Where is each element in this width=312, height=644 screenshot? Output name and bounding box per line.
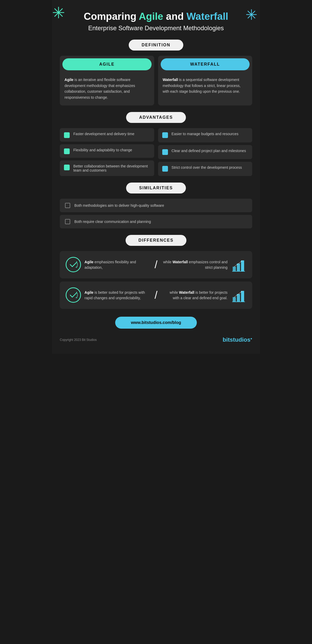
diff-left-content-2: is better suited for projects with rapid… (84, 290, 145, 300)
green-square-icon-3 (64, 165, 70, 170)
agile-definition-card: AGILE Agile is an iterative and flexible… (60, 56, 154, 105)
checkbox-icon-1 (65, 203, 70, 208)
copyright-text: Copyright 2023 Bit Studios (60, 338, 97, 342)
waterfall-definition-card: WATERFALL Waterfall is a sequential soft… (158, 56, 252, 105)
agile-adv-3: Better collaboration between the develop… (60, 160, 154, 176)
agile-adv-text-2: Flexibility and adaptability to change (73, 148, 132, 152)
svg-rect-8 (233, 297, 236, 302)
title-waterfall: Waterfall (186, 11, 228, 22)
similarities-pill: SIMILARITIES (126, 183, 186, 193)
similarity-1: Both methodologies aim to deliver high-q… (60, 199, 252, 212)
advantages-row: Faster development and delivery time Fle… (60, 128, 252, 176)
difference-1: Agile emphasizes flexibility and adaptat… (60, 251, 252, 278)
agile-text: is an iterative and flexible software de… (64, 78, 135, 99)
waterfall-adv-1: Easier to manage budgets and resources (158, 128, 252, 142)
waterfall-adv-3: Strict control over the development proc… (158, 162, 252, 176)
svg-point-0 (66, 257, 81, 272)
differences-section-label: DIFFERENCES (60, 235, 252, 246)
differences-section: Agile emphasizes flexibility and adaptat… (60, 251, 252, 309)
diff-right-text-1: while Waterfall emphasizes control and s… (163, 259, 228, 270)
green-square-icon-1 (64, 132, 70, 138)
logo-dot: ● (250, 337, 252, 340)
similarity-2: Both require clear communication and pla… (60, 215, 252, 228)
blue-square-icon-2 (162, 149, 168, 155)
agile-adv-1: Faster development and delivery time (60, 128, 154, 142)
logo-bit: bit (223, 336, 230, 343)
similarity-text-2: Both require clear communication and pla… (74, 220, 151, 224)
diff-divider-2: / (152, 289, 160, 301)
diff-left-text-1: Agile emphasizes flexibility and adaptat… (84, 259, 149, 270)
definition-pill: DEFINITION (129, 40, 184, 51)
diff-right-content-1: emphasizes control and strict planning (188, 260, 228, 270)
differences-pill: DIFFERENCES (126, 235, 187, 246)
svg-rect-3 (237, 264, 240, 271)
waterfall-adv-2: Clear and defined project plan and miles… (158, 145, 252, 159)
agile-definition-body: Agile is an iterative and flexible softw… (60, 73, 154, 105)
website-link-section: www.bitstudios.com/blog (60, 317, 252, 329)
diff-right-while-2: while (170, 290, 179, 295)
similarity-text-1: Both methodologies aim to deliver high-q… (74, 203, 164, 208)
waterfall-label: WATERFALL (161, 58, 250, 70)
agile-bold: Agile (64, 78, 73, 82)
waterfall-definition-body: Waterfall is a sequential software devel… (158, 73, 252, 100)
agile-circle-icon-2 (65, 287, 82, 304)
diff-agile-label-2: Agile (84, 290, 93, 295)
waterfall-adv-text-2: Clear and defined project plan and miles… (172, 149, 246, 153)
diff-divider-1: / (152, 259, 160, 271)
similarities-section: Both methodologies aim to deliver high-q… (60, 199, 252, 228)
waterfall-building-icon-1 (230, 256, 247, 273)
advantages-section-label: ADVANTAGES (60, 112, 252, 123)
svg-rect-2 (233, 267, 236, 271)
agile-circle-icon-1 (65, 256, 82, 273)
main-title: Comparing Agile and Waterfall (60, 10, 252, 22)
diff-right-while-1: while (163, 260, 172, 264)
diff-waterfall-label-1: Waterfall (172, 260, 188, 264)
diff-waterfall-label-2: Waterfall (179, 290, 194, 295)
blue-square-icon-1 (162, 132, 168, 138)
bitstudios-logo: bitstudios● (223, 336, 252, 343)
waterfall-adv-text-3: Strict control over the development proc… (172, 165, 242, 170)
diff-right-text-2: while Waterfall is better for projects w… (163, 290, 228, 301)
agile-adv-text-1: Faster development and delivery time (73, 132, 134, 136)
website-pill[interactable]: www.bitstudios.com/blog (115, 317, 197, 329)
svg-rect-4 (241, 260, 244, 271)
svg-rect-10 (241, 291, 244, 302)
footer: Copyright 2023 Bit Studios bitstudios● (60, 334, 252, 343)
diff-agile-label-1: Agile (84, 260, 93, 264)
svg-point-6 (66, 288, 81, 302)
agile-label: AGILE (62, 58, 152, 70)
definition-row: AGILE Agile is an iterative and flexible… (60, 56, 252, 105)
logo-studios: studios (230, 336, 251, 343)
agile-adv-2: Flexibility and adaptability to change (60, 144, 154, 158)
similarities-section-label: SIMILARITIES (60, 183, 252, 193)
agile-adv-text-3: Better collaboration between the develop… (73, 164, 150, 172)
diff-left-text-2: Agile is better suited for projects with… (84, 290, 149, 301)
checkbox-icon-2 (65, 219, 70, 224)
svg-rect-9 (237, 294, 240, 302)
title-and: and (163, 11, 187, 22)
waterfall-bold: Waterfall (163, 78, 178, 82)
title-plain: Comparing (84, 11, 139, 22)
page-wrapper: ✳ ✳ Comparing Agile and Waterfall Enterp… (52, 0, 260, 354)
waterfall-building-icon-2 (230, 287, 247, 304)
green-square-icon-2 (64, 148, 70, 154)
subtitle: Enterprise Software Development Methodol… (60, 24, 252, 32)
agile-advantages-col: Faster development and delivery time Fle… (60, 128, 154, 176)
advantages-pill: ADVANTAGES (126, 112, 186, 123)
title-agile: Agile (139, 11, 163, 22)
blue-square-icon-3 (162, 166, 168, 172)
header: Comparing Agile and Waterfall Enterprise… (60, 10, 252, 32)
waterfall-advantages-col: Easier to manage budgets and resources C… (158, 128, 252, 176)
difference-2: Agile is better suited for projects with… (60, 282, 252, 309)
waterfall-adv-text-1: Easier to manage budgets and resources (172, 132, 238, 136)
definition-section-label: DEFINITION (60, 40, 252, 51)
